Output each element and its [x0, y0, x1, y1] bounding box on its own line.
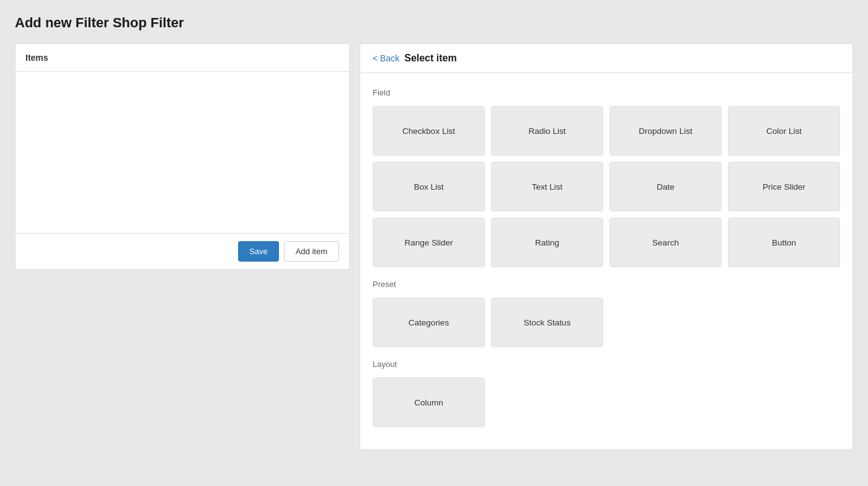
left-panel: Items Save Add item: [15, 43, 350, 270]
field-item-card[interactable]: Checkbox List: [373, 106, 485, 156]
field-item-card[interactable]: Radio List: [491, 106, 603, 156]
field-item-card[interactable]: Button: [728, 218, 840, 267]
main-layout: Items Save Add item < Back Select item F…: [15, 43, 853, 450]
right-panel-body: Field Checkbox ListRadio ListDropdown Li…: [360, 73, 852, 449]
field-item-card[interactable]: Price Slider: [728, 162, 840, 211]
field-item-card[interactable]: Dropdown List: [609, 106, 722, 156]
right-panel: < Back Select item Field Checkbox ListRa…: [360, 43, 853, 450]
save-button[interactable]: Save: [238, 241, 279, 262]
layout-section: Layout Column: [373, 360, 840, 427]
field-item-card[interactable]: Range Slider: [373, 218, 485, 267]
select-item-title: Select item: [404, 53, 456, 64]
field-item-card[interactable]: Rating: [491, 218, 603, 267]
preset-label: Preset: [373, 280, 840, 289]
layout-items-grid: Column: [373, 378, 840, 427]
field-item-card[interactable]: Search: [609, 218, 722, 267]
field-label: Field: [373, 88, 840, 97]
items-header: Items: [16, 44, 349, 72]
preset-section: Preset CategoriesStock Status: [373, 280, 840, 347]
right-panel-header: < Back Select item: [360, 44, 852, 73]
layout-item-card[interactable]: Column: [373, 378, 485, 427]
field-item-card[interactable]: Color List: [728, 106, 840, 156]
field-items-grid: Checkbox ListRadio ListDropdown ListColo…: [373, 106, 840, 267]
back-link[interactable]: < Back: [373, 53, 399, 63]
page-title: Add new Filter Shop Filter: [15, 15, 853, 31]
preset-items-grid: CategoriesStock Status: [373, 298, 840, 347]
add-item-button[interactable]: Add item: [284, 241, 339, 262]
items-footer: Save Add item: [16, 233, 349, 269]
items-body: [16, 72, 349, 233]
preset-item-card[interactable]: Stock Status: [491, 298, 603, 347]
layout-label: Layout: [373, 360, 840, 369]
preset-item-card[interactable]: Categories: [373, 298, 485, 347]
field-item-card[interactable]: Box List: [373, 162, 485, 211]
field-section: Field Checkbox ListRadio ListDropdown Li…: [373, 88, 840, 267]
field-item-card[interactable]: Date: [609, 162, 722, 211]
field-item-card[interactable]: Text List: [491, 162, 603, 211]
